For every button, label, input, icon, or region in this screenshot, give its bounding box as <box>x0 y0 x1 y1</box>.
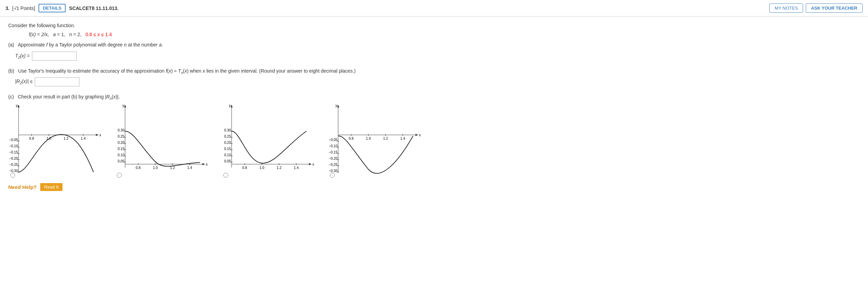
my-notes-button[interactable]: MY NOTES <box>769 3 803 13</box>
details-button[interactable]: DETAILS <box>38 4 66 12</box>
part-b-answer-row: |R2(x)| ≤ <box>15 77 860 86</box>
svg-text:1.0: 1.0 <box>259 166 264 170</box>
svg-text:0.8: 0.8 <box>136 166 141 170</box>
graph1-svg: x y 0.8 1.0 1.2 1.4 −0.05 −0.10 −0.15 <box>8 104 101 176</box>
svg-text:0.15: 0.15 <box>118 147 125 151</box>
svg-text:−0.25: −0.25 <box>9 163 18 167</box>
graph2-container: x y 0.8 1.0 1.2 1.4 0.05 0.10 0.15 0.20 <box>115 104 211 176</box>
svg-text:0.05: 0.05 <box>118 159 125 163</box>
svg-text:−0.05: −0.05 <box>329 138 338 142</box>
svg-text:1.4: 1.4 <box>400 137 405 140</box>
svg-text:0.8: 0.8 <box>242 166 247 170</box>
svg-text:1.0: 1.0 <box>366 137 371 140</box>
part-b-answer-label: |R2(x)| ≤ <box>15 78 33 85</box>
svg-text:y: y <box>122 104 124 107</box>
svg-marker-28 <box>202 163 205 165</box>
svg-text:1.4: 1.4 <box>81 137 86 140</box>
graph2-radio[interactable] <box>117 173 122 178</box>
header-left: 3. [-/1 Points] DETAILS SCALCET8 11.11.0… <box>5 4 119 12</box>
svg-text:−0.30: −0.30 <box>329 169 338 173</box>
svg-text:−0.10: −0.10 <box>9 144 18 148</box>
svg-text:1.2: 1.2 <box>64 137 68 140</box>
part-a-answer-label: T2(x) = <box>15 53 30 60</box>
graph2-svg: x y 0.8 1.0 1.2 1.4 0.05 0.10 0.15 0.20 <box>115 104 208 176</box>
part-a-label: (a) Approximate f by a Taylor polynomial… <box>8 42 860 47</box>
part-b-input[interactable] <box>35 77 79 86</box>
header-bar: 3. [-/1 Points] DETAILS SCALCET8 11.11.0… <box>0 0 868 17</box>
svg-text:0.05: 0.05 <box>224 159 231 163</box>
svg-text:0.8: 0.8 <box>29 137 34 140</box>
svg-text:0.30: 0.30 <box>118 128 125 132</box>
svg-text:0.30: 0.30 <box>224 128 231 132</box>
svg-marker-29 <box>124 105 126 107</box>
svg-text:0.8: 0.8 <box>349 137 354 140</box>
svg-text:−0.10: −0.10 <box>329 144 338 148</box>
graph4-container: x y 0.8 1.0 1.2 1.4 −0.05 −0.10 −0.15 −0… <box>328 104 424 176</box>
graph3-svg: x y 0.8 1.0 1.2 1.4 0.05 0.10 0.15 0.20 … <box>221 104 314 176</box>
svg-text:0.10: 0.10 <box>224 153 231 157</box>
svg-marker-2 <box>96 134 99 136</box>
svg-text:x: x <box>312 162 314 166</box>
svg-text:0.25: 0.25 <box>118 135 125 138</box>
content: Consider the following function. f(x) = … <box>0 17 868 197</box>
ask-teacher-button[interactable]: ASK YOUR TEACHER <box>806 3 863 13</box>
svg-text:y: y <box>16 104 18 107</box>
svg-text:0.20: 0.20 <box>118 141 125 145</box>
svg-text:−0.30: −0.30 <box>9 169 18 173</box>
svg-text:−0.05: −0.05 <box>9 138 18 142</box>
need-help-label: Need Help? <box>8 184 37 190</box>
part-c-section: (c) Check your result in part (b) by gra… <box>8 94 860 176</box>
svg-marker-81 <box>337 105 339 107</box>
svg-text:0.15: 0.15 <box>224 147 231 151</box>
svg-text:y: y <box>335 104 337 107</box>
svg-text:0.20: 0.20 <box>224 141 231 145</box>
svg-text:1.0: 1.0 <box>153 166 158 170</box>
graph3-radio[interactable] <box>223 173 228 178</box>
graph3-container: x y 0.8 1.0 1.2 1.4 0.05 0.10 0.15 0.20 … <box>221 104 318 176</box>
svg-marker-80 <box>415 134 418 136</box>
graph1-container: x y 0.8 1.0 1.2 1.4 −0.05 −0.10 −0.15 <box>8 104 104 176</box>
problem-code: SCALCET8 11.11.013. <box>69 6 119 11</box>
svg-text:1.2: 1.2 <box>383 137 388 140</box>
problem-number: 3. [-/1 Points] <box>5 6 35 11</box>
svg-text:1.2: 1.2 <box>170 166 175 170</box>
svg-text:x: x <box>419 133 421 137</box>
svg-text:−0.20: −0.20 <box>329 157 338 160</box>
graphs-row: x y 0.8 1.0 1.2 1.4 −0.05 −0.10 −0.15 <box>8 104 860 176</box>
svg-text:x: x <box>206 162 208 166</box>
svg-text:0.25: 0.25 <box>224 135 231 138</box>
svg-marker-54 <box>309 163 312 165</box>
svg-text:−0.20: −0.20 <box>9 157 18 160</box>
svg-marker-3 <box>18 105 20 107</box>
svg-text:1.4: 1.4 <box>187 166 192 170</box>
part-b-label: (b) Use Taylor's Inequality to estimate … <box>8 68 860 75</box>
svg-text:1.4: 1.4 <box>294 166 299 170</box>
svg-text:−0.15: −0.15 <box>9 150 18 154</box>
graph4-svg: x y 0.8 1.0 1.2 1.4 −0.05 −0.10 −0.15 −0… <box>328 104 421 176</box>
graph1-radio[interactable] <box>10 173 15 178</box>
part-a-input[interactable] <box>32 52 77 61</box>
svg-text:1.2: 1.2 <box>277 166 281 170</box>
part-c-label: (c) Check your result in part (b) by gra… <box>8 94 860 100</box>
svg-marker-55 <box>231 105 233 107</box>
part-a-answer-row: T2(x) = <box>15 52 860 61</box>
consider-text: Consider the following function. <box>8 23 860 28</box>
graph4-radio[interactable] <box>330 173 335 178</box>
svg-text:−0.15: −0.15 <box>329 150 338 154</box>
svg-text:0.10: 0.10 <box>118 153 125 157</box>
svg-text:−0.25: −0.25 <box>329 163 338 167</box>
svg-text:x: x <box>99 133 101 137</box>
read-it-button[interactable]: Read It <box>40 183 63 191</box>
svg-text:y: y <box>229 104 231 107</box>
need-help-row: Need Help? Read It <box>8 183 860 191</box>
header-right: MY NOTES ASK YOUR TEACHER <box>769 3 863 13</box>
function-line: f(x) = 2/x, a = 1, n = 2, 0.6 ≤ x ≤ 1.4 <box>29 32 860 37</box>
